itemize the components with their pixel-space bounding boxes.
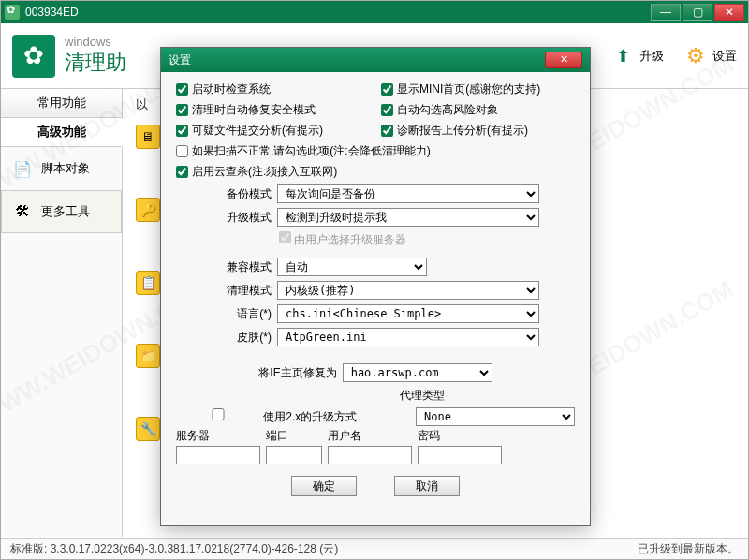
gear-icon: ⚙ xyxy=(684,45,707,67)
tool-icon-column: 🖥 🔑 📋 📁 🔧 xyxy=(136,125,160,441)
app-icon xyxy=(5,5,20,20)
lbl-lang: 语言(*) xyxy=(210,306,272,322)
logo-text: windows 清理助 xyxy=(65,35,126,77)
lbl-homepage: 将IE主页修复为 xyxy=(258,365,336,381)
tab-common[interactable]: 常用功能 xyxy=(1,89,122,118)
input-port[interactable] xyxy=(266,446,322,464)
select-upgrade[interactable]: 检测到升级时提示我 xyxy=(277,208,539,227)
chk-startup[interactable]: 启动时检查系统 xyxy=(176,81,370,97)
select-lang[interactable]: chs.ini<Chinese Simple> xyxy=(277,304,539,323)
brand-en: windows xyxy=(65,35,126,49)
sidebar: 常用功能 高级功能 📄 脚本对象 🛠 更多工具 xyxy=(1,89,123,537)
lbl-user: 用户名 xyxy=(328,428,412,444)
lbl-upgrade-mode: 升级模式 xyxy=(210,210,272,226)
input-user[interactable] xyxy=(328,446,412,464)
select-clean[interactable]: 内核级(推荐) xyxy=(277,281,539,300)
dialog-close-button[interactable]: ✕ xyxy=(545,52,582,68)
brand-cn: 清理助 xyxy=(65,49,126,77)
settings-button[interactable]: ⚙ 设置 xyxy=(684,45,737,67)
tools-icon: 🛠 xyxy=(11,200,34,223)
lbl-compat: 兼容模式 xyxy=(210,259,272,275)
logo-icon: ✿ xyxy=(12,35,55,78)
status-upgrade-info: 已升级到最新版本。 xyxy=(638,541,739,557)
chk-suspect[interactable]: 可疑文件提交分析(有提示) xyxy=(176,123,370,139)
cancel-button[interactable]: 取消 xyxy=(394,476,460,496)
chk-2x-upgrade[interactable]: 使用2.x的升级方式 xyxy=(176,408,410,425)
minimize-button[interactable]: — xyxy=(651,4,681,21)
tool-icon[interactable]: 📋 xyxy=(136,271,160,295)
tab-advanced[interactable]: 高级功能 xyxy=(1,118,123,147)
chk-cloud[interactable]: 启用云查杀(注:须接入互联网) xyxy=(176,164,575,180)
sidebar-item-script[interactable]: 📄 脚本对象 xyxy=(1,147,122,190)
sidebar-item-more-tools[interactable]: 🛠 更多工具 xyxy=(1,190,122,233)
select-backup[interactable]: 每次询问是否备份 xyxy=(277,184,539,203)
input-server[interactable] xyxy=(176,446,260,464)
lbl-pass: 密码 xyxy=(418,428,502,444)
tool-icon[interactable]: 🔧 xyxy=(136,417,160,441)
dialog-title: 设置 xyxy=(169,52,191,68)
settings-dialog: 设置 ✕ 启动时检查系统 显示MINI首页(感谢您的支持) 清理时自动修复安全模… xyxy=(160,47,591,526)
script-icon: 📄 xyxy=(11,157,34,180)
close-button[interactable]: ✕ xyxy=(714,4,744,21)
tool-icon[interactable]: 🔑 xyxy=(136,198,160,222)
window-title: 003934ED xyxy=(25,6,79,19)
lbl-port: 端口 xyxy=(266,428,322,444)
chk-user-server: 由用户选择升级服务器 xyxy=(279,233,406,246)
tool-icon[interactable]: 🖥 xyxy=(136,125,160,149)
select-homepage[interactable]: hao.arswp.com xyxy=(343,363,492,382)
select-skin[interactable]: AtpGreen.ini xyxy=(277,328,539,346)
lbl-clean: 清理模式 xyxy=(210,283,272,299)
select-compat[interactable]: 自动 xyxy=(277,258,427,276)
status-version: 标准版: 3.3.0.17.0223(x64)-3.0.381.17.0218(… xyxy=(10,541,338,557)
select-proxy-type[interactable]: None xyxy=(416,407,575,426)
chk-highrisk[interactable]: 自动勾选高风险对象 xyxy=(381,102,575,118)
settings-label: 设置 xyxy=(712,48,737,65)
chk-safe[interactable]: 清理时自动修复安全模式 xyxy=(176,102,370,118)
upgrade-button[interactable]: ⬆ 升级 xyxy=(611,45,664,67)
sidebar-item-label: 更多工具 xyxy=(41,203,90,220)
lbl-server: 服务器 xyxy=(176,428,260,444)
upgrade-icon: ⬆ xyxy=(611,45,634,67)
titlebar: 003934ED — ▢ ✕ xyxy=(1,1,748,23)
statusbar: 标准版: 3.3.0.17.0223(x64)-3.0.381.17.0218(… xyxy=(1,538,748,559)
chk-diag[interactable]: 诊断报告上传分析(有提示) xyxy=(381,123,575,139)
dialog-titlebar: 设置 ✕ xyxy=(161,48,590,72)
lbl-backup: 备份模式 xyxy=(210,186,272,202)
chk-mini[interactable]: 显示MINI首页(感谢您的支持) xyxy=(381,81,575,97)
tool-icon[interactable]: 📁 xyxy=(136,344,160,368)
upgrade-label: 升级 xyxy=(639,48,664,65)
chk-abnormal[interactable]: 如果扫描不正常,请勾选此项(注:会降低清理能力) xyxy=(176,143,575,159)
maximize-button[interactable]: ▢ xyxy=(683,4,712,21)
lbl-skin: 皮肤(*) xyxy=(210,330,272,346)
lbl-proxy-type: 代理类型 xyxy=(176,388,575,404)
input-pass[interactable] xyxy=(418,446,502,464)
sidebar-item-label: 脚本对象 xyxy=(41,160,90,177)
ok-button[interactable]: 确定 xyxy=(291,476,357,496)
